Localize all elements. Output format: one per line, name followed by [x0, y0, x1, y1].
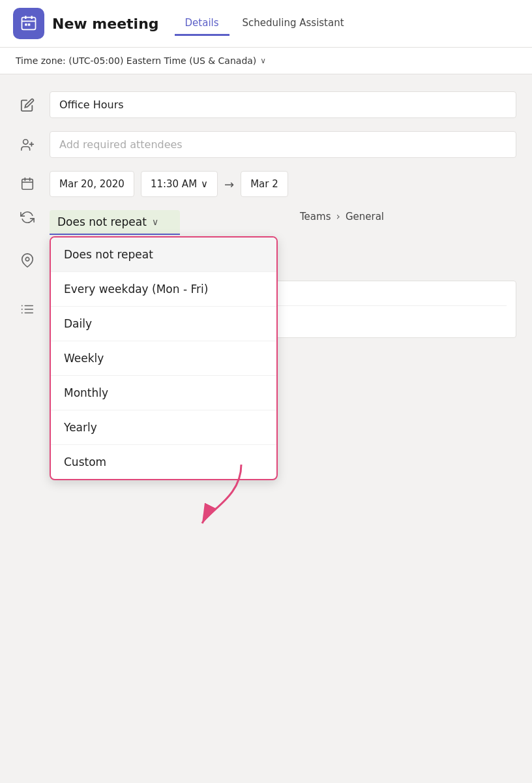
repeat-dropdown: Does not repeat Every weekday (Mon - Fri…: [50, 236, 278, 480]
channel-name: General: [346, 211, 384, 223]
start-date-input[interactable]: Mar 20, 2020: [50, 171, 134, 197]
attendees-input[interactable]: Add required attendees: [50, 131, 516, 158]
attendees-row: Add required attendees: [0, 125, 532, 164]
timezone-chevron-icon: ∨: [260, 56, 266, 65]
repeat-selected-value[interactable]: Does not repeat ∨: [50, 210, 180, 235]
repeat-chevron-icon: ∨: [152, 217, 158, 227]
repeat-option-does-not-repeat[interactable]: Does not repeat: [51, 238, 276, 272]
datetime-row: Mar 20, 2020 11:30 AM ∨ → Mar 2: [0, 164, 532, 204]
person-add-icon: [16, 138, 39, 152]
time-chevron-icon: ∨: [201, 178, 208, 190]
channel-team: Teams: [300, 211, 331, 223]
title-input[interactable]: Office Hours: [50, 91, 516, 118]
repeat-option-weekly[interactable]: Weekly: [51, 341, 276, 376]
form-area: Office Hours Add required attendees Mar …: [0, 74, 532, 355]
repeat-option-every-weekday[interactable]: Every weekday (Mon - Fri): [51, 272, 276, 307]
channel-separator: ›: [336, 210, 340, 223]
timezone-bar[interactable]: Time zone: (UTC-05:00) Eastern Time (US …: [0, 48, 532, 74]
end-date-input[interactable]: Mar 2: [241, 171, 288, 197]
app-icon: [13, 8, 44, 39]
calendar-icon: [16, 177, 39, 191]
tab-scheduling[interactable]: Scheduling Assistant: [232, 12, 355, 36]
datetime-inputs: Mar 20, 2020 11:30 AM ∨ → Mar 2: [50, 171, 516, 197]
repeat-option-monthly[interactable]: Monthly: [51, 376, 276, 410]
datetime-arrow-icon: →: [224, 177, 234, 191]
start-time-input[interactable]: 11:30 AM ∨: [141, 171, 218, 197]
svg-rect-4: [25, 23, 27, 26]
svg-point-14: [25, 257, 29, 261]
svg-rect-9: [22, 179, 33, 190]
tab-bar: Details Scheduling Assistant: [175, 12, 355, 36]
page-title: New meeting: [52, 16, 159, 32]
repeat-selector[interactable]: Does not repeat ∨ Does not repeat Every …: [50, 210, 180, 235]
repeat-icon: [16, 210, 39, 224]
title-row: Office Hours: [0, 85, 532, 125]
location-icon: [16, 253, 39, 268]
timezone-label: Time zone: (UTC-05:00) Eastern Time (US …: [16, 55, 256, 66]
edit-icon: [16, 98, 39, 112]
app-header: New meeting Details Scheduling Assistant: [0, 0, 532, 48]
repeat-option-yearly[interactable]: Yearly: [51, 410, 276, 445]
svg-point-6: [23, 139, 28, 144]
svg-rect-5: [28, 23, 31, 26]
tab-details[interactable]: Details: [175, 12, 229, 36]
repeat-row: Does not repeat ∨ Does not repeat Every …: [0, 204, 532, 241]
notes-icon: [16, 302, 39, 316]
repeat-option-daily[interactable]: Daily: [51, 307, 276, 341]
repeat-option-custom[interactable]: Custom: [51, 445, 276, 479]
